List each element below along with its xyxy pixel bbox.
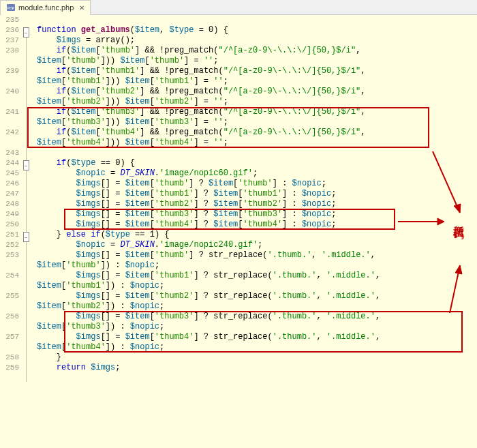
line-number: 250 bbox=[0, 220, 19, 230]
code-line[interactable]: if($item['thumb1'] && !preg_match("/^[a-… bbox=[37, 66, 477, 76]
code-line[interactable]: if($item['thumb3'] && !preg_match("/^[a-… bbox=[37, 107, 477, 117]
annotation-label: 新增代码 bbox=[451, 216, 465, 222]
editor: 2352362372382392402412422432442452462472… bbox=[0, 15, 477, 448]
code-line[interactable]: $imgs = array(); bbox=[37, 35, 477, 46]
code-line[interactable]: $imgs[] = $item['thumb4'] ? $item['thumb… bbox=[37, 220, 477, 230]
line-number: 239 bbox=[0, 66, 19, 76]
code-line[interactable]: return $imgs; bbox=[37, 363, 477, 373]
code-line[interactable]: $item['thumb']) : $nopic; bbox=[37, 260, 477, 271]
line-number: 256 bbox=[0, 312, 19, 322]
line-number bbox=[0, 56, 19, 66]
code-line[interactable]: $imgs[] = $item['thumb'] ? $item['thumb'… bbox=[37, 179, 477, 189]
line-number bbox=[0, 342, 19, 353]
line-number: 258 bbox=[0, 353, 19, 363]
code-line[interactable]: $item['thumb'])) $item['thumb'] = ''; bbox=[37, 56, 477, 66]
code-line[interactable]: } else if($type == 1) { bbox=[37, 230, 477, 240]
close-icon[interactable]: ✕ bbox=[79, 4, 84, 12]
fold-toggle[interactable]: − bbox=[23, 160, 29, 170]
code-line[interactable]: $nopic = DT_SKIN.'image/nopic240.gif'; bbox=[37, 240, 477, 250]
code-line[interactable]: $nopic = DT_SKIN.'image/nopic60.gif'; bbox=[37, 168, 477, 179]
code-line[interactable]: if($item['thumb4'] && !preg_match("/^[a-… bbox=[37, 128, 477, 138]
code-line[interactable]: $item['thumb3']) : $nopic; bbox=[37, 322, 477, 332]
line-number bbox=[0, 97, 19, 107]
line-number: 251 bbox=[0, 230, 19, 240]
line-number bbox=[0, 301, 19, 312]
line-number bbox=[0, 138, 19, 148]
line-number: 242 bbox=[0, 128, 19, 138]
code-line[interactable]: $imgs[] = $item['thumb1'] ? str_replace(… bbox=[37, 271, 477, 281]
code-line[interactable]: $imgs[] = $item['thumb1'] ? $item['thumb… bbox=[37, 189, 477, 199]
line-number: 253 bbox=[0, 250, 19, 260]
code-area[interactable]: 新增代码 function get_albums($item, $type = … bbox=[34, 15, 477, 448]
code-line[interactable]: $imgs[] = $item['thumb'] ? str_replace('… bbox=[37, 250, 477, 260]
line-number: 238 bbox=[0, 46, 19, 56]
line-number: 259 bbox=[0, 363, 19, 373]
line-number bbox=[0, 322, 19, 332]
line-number: 247 bbox=[0, 189, 19, 199]
line-number: 257 bbox=[0, 332, 19, 342]
fold-toggle[interactable]: − bbox=[23, 232, 29, 242]
code-line[interactable]: if($type == 0) { bbox=[37, 158, 477, 168]
tab-label: module.func.php bbox=[18, 3, 74, 12]
code-line[interactable]: $imgs[] = $item['thumb3'] ? str_replace(… bbox=[37, 312, 477, 322]
tab-bar: PHP module.func.php ✕ bbox=[0, 0, 477, 15]
line-number: 243 bbox=[0, 148, 19, 158]
tab-module-func[interactable]: PHP module.func.php ✕ bbox=[0, 0, 91, 15]
code-line[interactable]: $item['thumb4'])) $item['thumb4'] = ''; bbox=[37, 138, 477, 148]
code-line[interactable]: $item['thumb1']) : $nopic; bbox=[37, 281, 477, 291]
line-number: 237 bbox=[0, 35, 19, 46]
line-number-gutter: 2352362372382392402412422432442452462472… bbox=[0, 15, 22, 448]
php-file-icon: PHP bbox=[6, 3, 16, 12]
line-number: 240 bbox=[0, 87, 19, 97]
svg-text:PHP: PHP bbox=[7, 6, 15, 10]
line-number: 255 bbox=[0, 291, 19, 301]
line-number: 254 bbox=[0, 271, 19, 281]
code-line[interactable]: $item['thumb1'])) $item['thumb1'] = ''; bbox=[37, 76, 477, 87]
line-number: 241 bbox=[0, 107, 19, 117]
code-line[interactable]: $imgs[] = $item['thumb3'] ? $item['thumb… bbox=[37, 209, 477, 220]
line-number: 252 bbox=[0, 240, 19, 250]
line-number bbox=[0, 281, 19, 291]
line-number bbox=[0, 117, 19, 128]
line-number: 245 bbox=[0, 168, 19, 179]
code-line[interactable]: $imgs[] = $item['thumb2'] ? str_replace(… bbox=[37, 291, 477, 301]
line-number: 235 bbox=[0, 15, 19, 25]
fold-toggle[interactable]: − bbox=[23, 27, 29, 38]
code-line[interactable]: $item['thumb3'])) $item['thumb3'] = ''; bbox=[37, 117, 477, 128]
code-line[interactable]: $imgs[] = $item['thumb4'] ? str_replace(… bbox=[37, 332, 477, 342]
line-number: 249 bbox=[0, 209, 19, 220]
code-line[interactable]: if($item['thumb2'] && !preg_match("/^[a-… bbox=[37, 87, 477, 97]
line-number bbox=[0, 76, 19, 87]
code-line[interactable]: $imgs[] = $item['thumb2'] ? $item['thumb… bbox=[37, 199, 477, 209]
line-number: 246 bbox=[0, 179, 19, 189]
code-line[interactable]: if($item['thumb'] && !preg_match("/^[a-z… bbox=[37, 46, 477, 56]
code-line[interactable]: $item['thumb2'])) $item['thumb2'] = ''; bbox=[37, 97, 477, 107]
code-line[interactable] bbox=[37, 15, 477, 25]
fold-column: −−− bbox=[22, 15, 34, 448]
line-number: 244 bbox=[0, 158, 19, 168]
line-number bbox=[0, 260, 19, 271]
line-number: 248 bbox=[0, 199, 19, 209]
code-line[interactable]: $item['thumb4']) : $nopic; bbox=[37, 342, 477, 353]
code-line[interactable]: function get_albums($item, $type = 0) { bbox=[37, 25, 477, 35]
line-number: 236 bbox=[0, 25, 19, 35]
code-line[interactable]: } bbox=[37, 353, 477, 363]
code-line[interactable]: $item['thumb2']) : $nopic; bbox=[37, 301, 477, 312]
code-line[interactable] bbox=[37, 148, 477, 158]
